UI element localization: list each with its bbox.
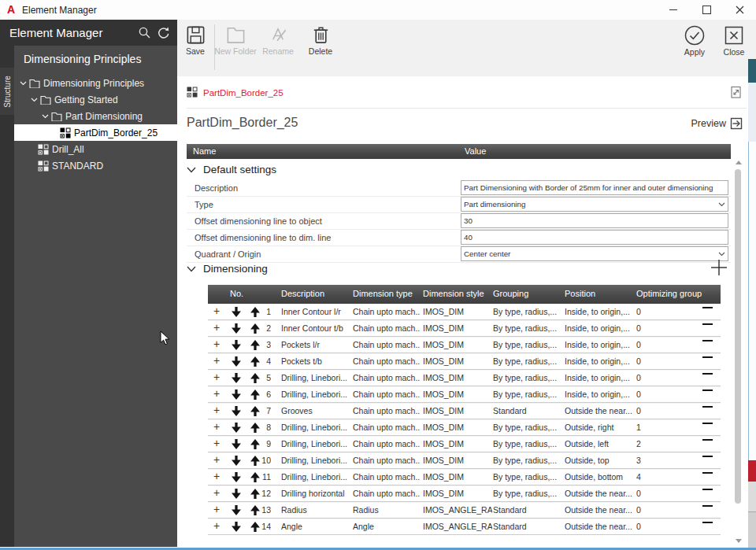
expand-plus-icon[interactable]: + <box>213 404 220 416</box>
rename-button[interactable]: Rename <box>256 24 300 56</box>
dimension-row[interactable]: + 1 Inner Contour l/r Chain upto mach...… <box>208 304 721 320</box>
move-down-icon[interactable] <box>232 472 241 482</box>
move-down-icon[interactable] <box>232 356 241 367</box>
scroll-down-icon[interactable] <box>736 539 742 543</box>
tree-item[interactable]: PartDim_Border_25 <box>14 124 177 141</box>
window-close-button[interactable] <box>723 0 756 20</box>
setting-value-field[interactable]: Part dimensioning <box>461 197 728 212</box>
expand-plus-icon[interactable]: + <box>213 470 220 482</box>
row-menu-icon[interactable] <box>702 406 713 408</box>
background-window-edge <box>748 20 756 548</box>
setting-value-field[interactable]: 40 <box>461 230 728 245</box>
expand-plus-icon[interactable]: + <box>213 486 220 499</box>
dimension-row[interactable]: + 13 Radius Radius IMOS_ANGLE_RAD Standa… <box>208 502 721 519</box>
dimension-row[interactable]: + 2 Inner Contour t/b Chain upto mach...… <box>208 320 721 337</box>
row-menu-icon[interactable] <box>702 505 713 507</box>
expand-plus-icon[interactable]: + <box>213 321 220 334</box>
setting-value-field[interactable]: Center center <box>461 246 728 261</box>
expand-plus-icon[interactable]: + <box>213 338 220 350</box>
breadcrumb-item[interactable]: PartDim_Border_25 <box>203 88 284 98</box>
dimension-row[interactable]: + 14 Angle Angle IMOS_ANGLE_RAD Standard… <box>208 519 721 535</box>
chevron-down-icon[interactable] <box>40 108 50 124</box>
expand-plus-icon[interactable]: + <box>213 354 220 367</box>
move-down-icon[interactable] <box>232 373 241 383</box>
tab-structure[interactable]: Structure <box>0 68 14 115</box>
move-down-icon[interactable] <box>232 340 241 350</box>
row-menu-icon[interactable] <box>702 307 713 308</box>
row-dimension-style: IMOS_DIM <box>423 406 492 415</box>
section-dimensioning[interactable]: Dimensioning <box>187 263 268 275</box>
dimension-row[interactable]: + 9 Drilling, Linebori... Chain upto mac… <box>208 436 721 452</box>
row-menu-icon[interactable] <box>702 356 713 358</box>
setting-value-field[interactable]: 30 <box>461 213 728 228</box>
row-grouping: Standard <box>493 406 562 415</box>
expand-plus-icon[interactable]: + <box>213 305 220 317</box>
expand-plus-icon[interactable]: + <box>213 387 220 400</box>
chevron-down-icon[interactable] <box>718 252 725 257</box>
expand-plus-icon[interactable]: + <box>213 371 220 383</box>
move-down-icon[interactable] <box>232 439 241 449</box>
expand-plus-icon[interactable]: + <box>213 420 220 433</box>
section-default-settings[interactable]: Default settings <box>187 164 276 175</box>
tree-item[interactable]: Getting Started <box>14 91 177 108</box>
new-folder-button[interactable]: New Folder <box>213 24 258 56</box>
dimension-row[interactable]: + 10 Drilling, Linebori... Chain upto ma… <box>208 452 721 469</box>
tree-item-label: Drill_All <box>52 144 84 155</box>
refresh-icon[interactable] <box>157 26 170 39</box>
dimension-row[interactable]: + 6 Drilling, Linebori... Chain upto mac… <box>208 386 721 403</box>
row-menu-icon[interactable] <box>702 340 713 341</box>
move-down-icon[interactable] <box>232 505 241 515</box>
move-down-icon[interactable] <box>232 406 241 416</box>
delete-button[interactable]: Delete <box>298 24 343 56</box>
dimension-row[interactable]: + 7 Grooves Chain upto mach... IMOS_DIM … <box>208 403 721 419</box>
tree-item[interactable]: Part Dimensioning <box>14 108 177 124</box>
row-menu-icon[interactable] <box>702 323 713 325</box>
chevron-down-icon[interactable] <box>29 91 39 108</box>
expand-plus-icon[interactable]: + <box>213 503 220 515</box>
expand-plus-icon[interactable]: + <box>213 437 220 449</box>
row-menu-icon[interactable] <box>702 439 713 441</box>
tree-item[interactable]: Drill_All <box>14 141 177 157</box>
preview-button[interactable]: Preview <box>691 117 743 130</box>
row-menu-icon[interactable] <box>702 522 713 523</box>
apply-button[interactable]: Apply <box>673 24 717 57</box>
dimension-row[interactable]: + 12 Drilling horizontal Chain upto mach… <box>208 485 721 502</box>
chevron-down-icon[interactable] <box>718 202 725 207</box>
expand-plus-icon[interactable]: + <box>213 453 220 466</box>
dimension-row[interactable]: + 3 Pockets l/r Chain upto mach... IMOS_… <box>208 337 721 353</box>
dimension-row[interactable]: + 11 Drilling, Linebori... Chain upto ma… <box>208 469 721 485</box>
add-dimension-button[interactable] <box>710 259 728 276</box>
move-down-icon[interactable] <box>232 323 241 334</box>
row-menu-icon[interactable] <box>702 373 713 375</box>
tree-item[interactable]: STANDARD <box>14 157 177 174</box>
row-menu-icon[interactable] <box>702 456 713 457</box>
expand-panel-icon[interactable] <box>729 86 743 99</box>
move-down-icon[interactable] <box>232 389 241 400</box>
row-menu-icon[interactable] <box>702 489 713 490</box>
setting-value-field[interactable]: Part Dimensioning with Border of 25mm fo… <box>461 180 728 195</box>
vertical-scrollbar[interactable] <box>735 169 741 504</box>
setting-name: Offset dimensioning line to object <box>195 216 322 226</box>
chevron-down-icon[interactable] <box>18 75 28 91</box>
move-down-icon[interactable] <box>232 423 241 433</box>
row-menu-icon[interactable] <box>702 472 713 474</box>
scroll-up-icon[interactable] <box>736 161 742 164</box>
dimension-row[interactable]: + 4 Pockets t/b Chain upto mach... IMOS_… <box>208 353 721 370</box>
row-menu-icon[interactable] <box>702 423 713 424</box>
dimension-row[interactable]: + 8 Drilling, Linebori... Chain upto mac… <box>208 419 721 436</box>
save-button[interactable]: Save <box>173 24 217 56</box>
move-down-icon[interactable] <box>232 489 241 499</box>
tree-item[interactable]: Dimensioning Principles <box>14 75 177 91</box>
maximize-button[interactable] <box>690 0 723 20</box>
expand-plus-icon[interactable]: + <box>213 519 220 532</box>
minimize-button[interactable] <box>657 0 690 20</box>
row-menu-icon[interactable] <box>702 389 713 391</box>
move-down-icon[interactable] <box>232 307 241 317</box>
row-dimension-style: IMOS_DIM <box>423 356 492 366</box>
dimension-row[interactable]: + 5 Drilling, Linebori... Chain upto mac… <box>208 370 721 386</box>
search-icon[interactable] <box>138 26 151 39</box>
row-dimension-type: Chain upto mach... <box>353 423 421 432</box>
move-down-icon[interactable] <box>232 456 241 466</box>
tree-root-label[interactable]: Dimensioning Principles <box>24 53 141 65</box>
move-down-icon[interactable] <box>232 522 241 532</box>
